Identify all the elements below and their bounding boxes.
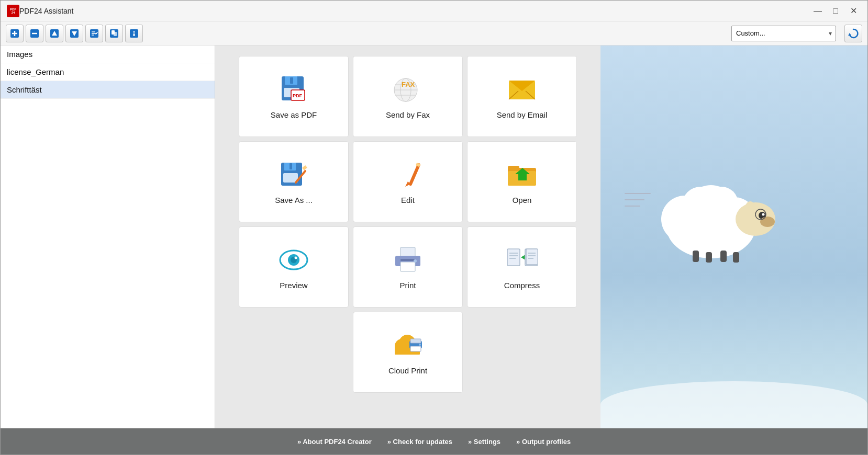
svg-marker-20 <box>848 33 851 36</box>
svg-rect-57 <box>400 262 415 271</box>
svg-point-59 <box>414 259 417 263</box>
preview-icon <box>279 244 309 276</box>
cloud-print-icon <box>391 329 425 361</box>
profile-select[interactable]: Custom... Default High Quality Small Fil… <box>731 26 836 41</box>
toolbar: Custom... Default High Quality Small Fil… <box>1 21 867 46</box>
svg-rect-66 <box>526 249 538 265</box>
sidebar-item-license-german[interactable]: license_German <box>1 63 215 81</box>
pages-icon <box>109 28 119 39</box>
refresh-icon <box>848 28 859 39</box>
edit-icon <box>395 159 421 190</box>
svg-text:FAX: FAX <box>402 81 415 88</box>
window-controls: — □ ✕ <box>810 4 861 18</box>
svg-rect-75 <box>410 339 421 343</box>
bottom-bar: About PDF24 Creator Check for updates Se… <box>1 428 867 454</box>
svg-point-87 <box>760 217 775 227</box>
cloud-print-label: Cloud Print <box>388 366 427 375</box>
sheep-illustration <box>653 169 800 266</box>
edit-label: Edit <box>401 196 415 204</box>
preview-tile[interactable]: Preview <box>239 226 349 308</box>
fax-icon: FAX <box>392 74 424 105</box>
compress-tile[interactable]: Compress <box>467 226 577 308</box>
pencil-list-icon <box>89 28 99 39</box>
svg-rect-60 <box>507 249 520 266</box>
info-button[interactable] <box>125 25 143 42</box>
sheep-svg <box>653 169 800 264</box>
snow-hill <box>600 381 867 428</box>
refresh-button[interactable] <box>844 25 862 42</box>
print-tile[interactable]: Print <box>353 226 463 308</box>
add-button[interactable] <box>6 25 24 42</box>
send-by-fax-label: Send by Fax <box>386 110 430 119</box>
send-by-email-label: Send by Email <box>497 110 548 119</box>
save-as-icon <box>279 159 308 190</box>
open-label: Open <box>513 196 532 204</box>
svg-rect-92 <box>720 251 727 262</box>
app-title: PDF24 Assistant <box>19 7 810 15</box>
svg-text:PDF: PDF <box>293 93 303 98</box>
remove-button[interactable] <box>26 25 43 42</box>
svg-rect-39 <box>290 163 292 169</box>
minus-icon <box>29 28 40 39</box>
save-as-tile[interactable]: Save As ... <box>239 141 349 222</box>
svg-point-77 <box>419 344 421 346</box>
print-icon <box>393 244 422 276</box>
arrow-up-icon <box>49 28 60 39</box>
sidebar-item-images[interactable]: Images <box>1 46 215 63</box>
edit-list-button[interactable] <box>85 25 103 42</box>
svg-rect-76 <box>410 346 421 351</box>
info-icon <box>129 28 139 39</box>
move-up-button[interactable] <box>46 25 63 42</box>
svg-point-89 <box>745 201 755 216</box>
edit-tile[interactable]: Edit <box>353 141 463 222</box>
close-button[interactable]: ✕ <box>845 4 861 18</box>
svg-rect-16 <box>114 32 117 36</box>
motion-lines <box>625 193 651 207</box>
open-folder-icon <box>507 159 537 190</box>
compress-label: Compress <box>504 281 540 290</box>
compress-icon <box>506 244 538 276</box>
svg-point-83 <box>705 187 738 220</box>
updates-link[interactable]: Check for updates <box>387 438 452 446</box>
settings-link[interactable]: Settings <box>468 438 500 446</box>
svg-rect-48 <box>508 166 519 170</box>
add-icon <box>9 28 20 39</box>
save-as-pdf-tile[interactable]: PDF Save as PDF <box>239 56 349 137</box>
save-pdf-icon: PDF <box>279 74 309 105</box>
email-icon <box>507 74 537 105</box>
maximize-button[interactable]: □ <box>828 4 843 18</box>
about-link[interactable]: About PDF24 Creator <box>297 438 372 446</box>
svg-line-44 <box>410 165 419 184</box>
svg-rect-93 <box>733 252 739 263</box>
save-as-label: Save As ... <box>275 196 313 204</box>
preview-background <box>600 46 867 428</box>
svg-rect-91 <box>706 252 712 263</box>
move-down-button[interactable] <box>65 25 83 42</box>
preview-panel <box>600 46 867 428</box>
arrow-down-icon <box>69 28 80 39</box>
save-as-pdf-label: Save as PDF <box>271 110 317 119</box>
send-by-fax-tile[interactable]: FAX Send by Fax <box>353 56 463 137</box>
svg-point-54 <box>295 257 297 259</box>
dropdown-wrapper: Custom... Default High Quality Small Fil… <box>731 26 836 41</box>
svg-point-18 <box>133 31 135 32</box>
svg-rect-19 <box>133 33 135 36</box>
svg-rect-58 <box>400 259 415 261</box>
print-label: Print <box>400 281 416 290</box>
send-by-email-tile[interactable]: Send by Email <box>467 56 577 137</box>
svg-rect-55 <box>400 247 415 257</box>
pages-button[interactable] <box>105 25 123 42</box>
action-grid: PDF Save as PDF FAX <box>239 56 577 393</box>
profile-dropdown-wrapper: Custom... Default High Quality Small Fil… <box>731 26 836 41</box>
preview-label: Preview <box>280 281 307 290</box>
open-tile[interactable]: Open <box>467 141 577 222</box>
cloud-print-tile[interactable]: Cloud Print <box>353 312 463 393</box>
svg-point-86 <box>762 213 765 216</box>
sidebar-item-schriftfast[interactable]: Schrifttäst <box>1 81 215 99</box>
svg-rect-90 <box>693 251 699 262</box>
main-content: Images license_German Schrifttäst <box>1 46 867 428</box>
svg-rect-43 <box>302 165 307 170</box>
profiles-link[interactable]: Output profiles <box>516 438 571 446</box>
sidebar: Images license_German Schrifttäst <box>1 46 215 428</box>
minimize-button[interactable]: — <box>810 4 826 18</box>
